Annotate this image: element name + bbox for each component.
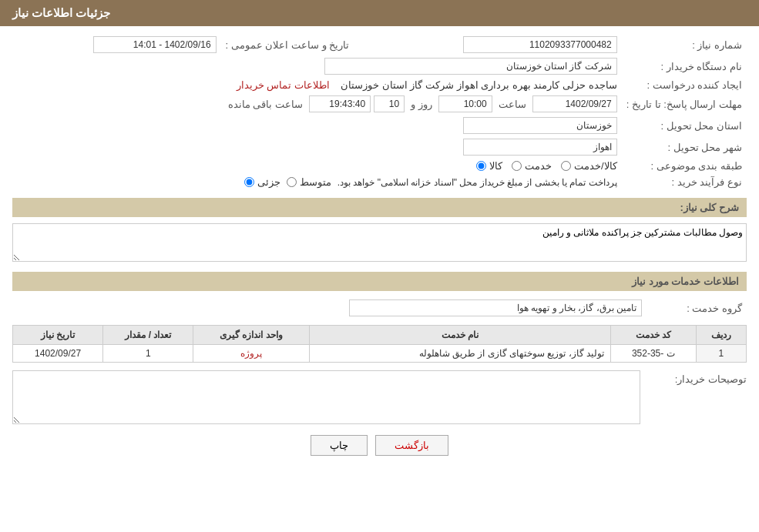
print-button[interactable]: چاپ (311, 435, 368, 456)
ijadKonande-label: ایجاد کننده درخواست : (622, 77, 747, 93)
buyer-desc-textarea[interactable] (12, 370, 640, 424)
namDastgah-label: نام دستگاه خریدار : (622, 55, 747, 77)
cell-vahed: پروژه (193, 345, 309, 363)
mohlat-roz-input[interactable] (374, 95, 405, 112)
shahr-label: شهر محل تحویل : (622, 136, 747, 158)
radio-jozi[interactable]: جزئی (244, 176, 280, 188)
mohlat-label: مهلت ارسال پاسخ: تا تاریخ : (622, 93, 747, 115)
radio-motevaset[interactable]: متوسط (287, 176, 331, 188)
radio-khadamat-input[interactable] (512, 161, 522, 171)
mohlat-date-input[interactable] (532, 95, 617, 112)
mohlat-saat-input[interactable] (438, 95, 492, 112)
radio-kala-khadamat-input[interactable] (561, 161, 571, 171)
shomareNiaz-label: شماره نیاز : (622, 34, 747, 55)
table-row: 1 ت -35-352 تولید گاز، توزیع سوختهای گاز… (13, 345, 747, 363)
row-now-farayand: نوع فرآیند خرید : پرداخت تمام یا بخشی از… (12, 174, 747, 190)
row-namDastgah: نام دستگاه خریدار : (12, 55, 747, 77)
radio-kala[interactable]: کالا (476, 160, 502, 172)
radio-khadamat[interactable]: خدمت (512, 160, 552, 172)
sharh-section-title: شرح کلی نیاز: (12, 198, 747, 217)
cell-tedad: 1 (103, 345, 193, 363)
row-tabaghe: طبقه بندی موضوعی : کالا/خدمت خدمت کالا (12, 158, 747, 174)
row-shomareNiaz: شماره نیاز : تاریخ و ساعت اعلان عمومی : (12, 34, 747, 55)
row-ijad: ایجاد کننده درخواست : ساجده حزلی کارمند … (12, 77, 747, 93)
shomareNiaz-input[interactable] (463, 36, 617, 53)
col-code: کد خدمت (610, 326, 696, 345)
shahr-input[interactable] (463, 139, 617, 156)
back-button[interactable]: بازگشت (375, 435, 448, 456)
saat-label: ساعت (499, 99, 526, 110)
cell-radif: 1 (696, 345, 746, 363)
buyer-desc-label: توصیحات خریدار: (646, 370, 747, 385)
mohlat-countdown-input[interactable] (309, 95, 371, 112)
ijadKonande-value: ساجده حزلی کارمند بهره برداری اهواز شرکت… (341, 79, 617, 91)
row-ostan: استان محل تحویل : (12, 115, 747, 136)
radio-kala-input[interactable] (476, 161, 486, 171)
jozi-label: جزئی (257, 176, 280, 188)
gorohe-label: گروه خدمت : (646, 297, 747, 319)
services-table: ردیف کد خدمت نام خدمت واحد اندازه گیری ت… (12, 325, 747, 363)
buyer-desc-row: توصیحات خریدار: (12, 370, 747, 424)
row-mohlat: مهلت ارسال پاسخ: تا تاریخ : ساعت روز و س… (12, 93, 747, 115)
khadamat-title-text: اطلاعات خدمات مورد نیاز (632, 276, 739, 287)
tabaghe-label: طبقه بندی موضوعی : (622, 158, 747, 174)
ostan-label: استان محل تحویل : (622, 115, 747, 136)
tarikh-input[interactable] (93, 36, 217, 53)
sharh-container (12, 223, 747, 264)
services-header-row: ردیف کد خدمت نام خدمت واحد اندازه گیری ت… (13, 326, 747, 345)
col-tarikh: تاریخ نیاز (13, 326, 103, 345)
page-title: جزئیات اطلاعات نیاز (12, 6, 110, 19)
gorohe-input[interactable] (349, 299, 642, 316)
mande-label: ساعت باقی مانده (228, 99, 303, 110)
roz-label: روز و (411, 99, 432, 110)
namDastgah-input[interactable] (324, 58, 617, 75)
cell-code: ت -35-352 (610, 345, 696, 363)
khadamat-label: خدمت (525, 160, 552, 172)
radio-motevaset-input[interactable] (287, 177, 297, 187)
now-farayand-label: نوع فرآیند خرید : (622, 174, 747, 190)
row-gorohe: گروه خدمت : (12, 297, 747, 319)
radio-kala-khadamat[interactable]: کالا/خدمت (561, 160, 617, 172)
cell-name: تولید گاز، توزیع سوختهای گازی از طریق شا… (309, 345, 610, 363)
kala-label: کالا (489, 160, 502, 172)
tarikh-label: تاریخ و ساعت اعلان عمومی : (221, 34, 365, 55)
ijadKonande-link[interactable]: اطلاعات تماس خریدار (237, 79, 330, 91)
kala-khadamat-label: کالا/خدمت (574, 160, 617, 172)
col-tedad: تعداد / مقدار (103, 326, 193, 345)
sharh-title-text: شرح کلی نیاز: (680, 202, 739, 213)
radio-jozi-input[interactable] (244, 177, 254, 187)
page-header: جزئیات اطلاعات نیاز (0, 0, 759, 26)
col-vahed: واحد اندازه گیری (193, 326, 309, 345)
cell-tarikh: 1402/09/27 (13, 345, 103, 363)
gorohe-table: گروه خدمت : (12, 297, 747, 319)
col-name: نام خدمت (309, 326, 610, 345)
buttons-row: بازگشت چاپ (12, 435, 747, 456)
sharh-textarea[interactable] (12, 223, 747, 262)
ostan-input[interactable] (463, 117, 617, 134)
row-shahr: شهر محل تحویل : (12, 136, 747, 158)
khadamat-section-title: اطلاعات خدمات مورد نیاز (12, 272, 747, 291)
motevaset-label: متوسط (300, 176, 331, 188)
main-info-table: شماره نیاز : تاریخ و ساعت اعلان عمومی : … (12, 34, 747, 190)
now-description: پرداخت تمام یا بخشی از مبلغ خریداز محل "… (338, 177, 617, 188)
col-radif: ردیف (696, 326, 746, 345)
